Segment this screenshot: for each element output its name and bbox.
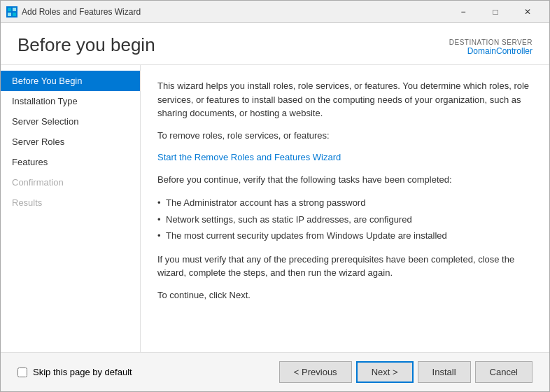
sidebar-nav: Before You Begin Installation Type Serve… bbox=[1, 65, 141, 352]
continue-paragraph: To continue, click Next. bbox=[157, 288, 533, 302]
svg-rect-1 bbox=[13, 8, 16, 11]
close-button[interactable]: ✕ bbox=[512, 1, 544, 23]
destination-value: DomainController bbox=[449, 46, 533, 56]
svg-rect-2 bbox=[8, 13, 11, 16]
app-icon bbox=[6, 6, 17, 18]
svg-rect-3 bbox=[13, 13, 16, 16]
maximize-button[interactable]: □ bbox=[479, 1, 512, 23]
minimize-button[interactable]: − bbox=[447, 1, 479, 23]
bullet-2: Network settings, such as static IP addr… bbox=[157, 211, 533, 228]
sidebar-item-installation-type[interactable]: Installation Type bbox=[1, 91, 140, 111]
next-button[interactable]: Next > bbox=[356, 361, 414, 383]
wizard-header: Before you begin DESTINATION SERVER Doma… bbox=[1, 23, 549, 65]
bullet-1: The Administrator account has a strong p… bbox=[157, 195, 533, 211]
destination-label: DESTINATION SERVER bbox=[449, 38, 533, 46]
svg-rect-0 bbox=[8, 8, 11, 11]
wizard-window: Add Roles and Features Wizard − □ ✕ Befo… bbox=[0, 0, 550, 392]
intro-paragraph: This wizard helps you install roles, rol… bbox=[157, 79, 533, 120]
title-bar-text: Add Roles and Features Wizard bbox=[22, 7, 447, 17]
wizard-body: Before You Begin Installation Type Serve… bbox=[1, 65, 549, 352]
footer-buttons: < Previous Next > Install Cancel bbox=[279, 361, 533, 383]
skip-checkbox-area: Skip this page by default bbox=[17, 367, 279, 377]
cancel-button[interactable]: Cancel bbox=[475, 361, 533, 383]
remove-intro: To remove roles, role services, or featu… bbox=[157, 129, 533, 143]
title-bar: Add Roles and Features Wizard − □ ✕ bbox=[1, 1, 549, 23]
skip-checkbox[interactable] bbox=[17, 368, 27, 377]
page-title: Before you begin bbox=[17, 34, 155, 56]
previous-button[interactable]: < Previous bbox=[279, 361, 352, 383]
destination-server: DESTINATION SERVER DomainController bbox=[449, 38, 533, 56]
wizard-footer: Skip this page by default < Previous Nex… bbox=[1, 352, 549, 391]
sidebar-item-server-selection[interactable]: Server Selection bbox=[1, 111, 140, 132]
install-button[interactable]: Install bbox=[418, 361, 471, 383]
sidebar-item-results: Results bbox=[1, 192, 140, 213]
bullet-3: The most current security updates from W… bbox=[157, 227, 533, 244]
close-wizard-paragraph: If you must verify that any of the prece… bbox=[157, 253, 533, 280]
main-content: This wizard helps you install roles, rol… bbox=[141, 65, 549, 352]
remove-link[interactable]: Start the Remove Roles and Features Wiza… bbox=[157, 152, 341, 162]
prerequisites-list: The Administrator account has a strong p… bbox=[157, 195, 533, 244]
skip-checkbox-label[interactable]: Skip this page by default bbox=[33, 367, 132, 377]
sidebar-item-features[interactable]: Features bbox=[1, 152, 140, 172]
sidebar-item-confirmation: Confirmation bbox=[1, 172, 140, 192]
sidebar-item-server-roles[interactable]: Server Roles bbox=[1, 132, 140, 152]
sidebar-item-before-you-begin[interactable]: Before You Begin bbox=[1, 71, 140, 91]
window-controls: − □ ✕ bbox=[447, 1, 544, 23]
verify-paragraph: Before you continue, verify that the fol… bbox=[157, 173, 533, 187]
